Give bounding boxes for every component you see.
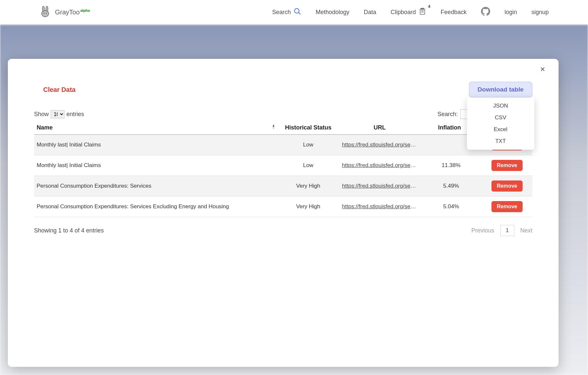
cell-status: Very High: [278, 176, 339, 196]
pagination: Previous 1 Next: [471, 225, 532, 236]
pager-previous[interactable]: Previous: [471, 227, 494, 234]
svg-point-1: [42, 6, 44, 11]
cell-url: https://fred.stlouisfed.org/seri…: [339, 135, 421, 155]
cell-status: Very High: [278, 196, 339, 217]
cell-url: https://fred.stlouisfed.org/seri…: [339, 155, 421, 176]
remove-button[interactable]: Remove: [491, 180, 522, 192]
svg-point-2: [46, 6, 48, 11]
remove-button[interactable]: Remove: [491, 201, 522, 212]
cell-inflation: 5.49%: [421, 176, 482, 196]
cell-name: Personal Consumption Expenditures: Servi…: [34, 196, 278, 217]
download-option-json[interactable]: JSON: [467, 100, 534, 112]
table-row: Personal Consumption Expenditures: Servi…: [34, 176, 532, 196]
cell-status: Low: [278, 155, 339, 176]
url-link[interactable]: https://fred.stlouisfed.org/seri…: [342, 162, 417, 169]
nav-clipboard[interactable]: Clipboard 4: [391, 8, 426, 17]
sort-icon: ▲▼: [272, 124, 275, 129]
entries-length-control: Show 10 entries: [34, 110, 84, 118]
col-url[interactable]: URL: [339, 121, 421, 135]
url-link[interactable]: https://fred.stlouisfed.org/seri…: [342, 183, 417, 189]
download-option-txt[interactable]: TXT: [467, 135, 534, 147]
download-option-csv[interactable]: CSV: [467, 112, 534, 124]
github-icon: [481, 7, 490, 18]
pager-next[interactable]: Next: [520, 227, 532, 234]
cell-url: https://fred.stlouisfed.org/seri…: [339, 196, 421, 217]
cell-inflation: 5.04%: [421, 196, 482, 217]
clipboard-table: Name ▲▼ Historical Status URL Inflation …: [34, 121, 532, 217]
nav-login[interactable]: login: [505, 9, 517, 16]
download-dropdown: JSON CSV Excel TXT: [467, 97, 534, 150]
length-prefix: Show: [34, 111, 49, 118]
col-status[interactable]: Historical Status: [278, 121, 339, 135]
nav-methodology[interactable]: Methodology: [316, 9, 349, 16]
clipboard-icon: [419, 10, 426, 17]
close-icon: ✕: [540, 66, 545, 73]
svg-line-6: [298, 12, 300, 14]
col-name[interactable]: Name ▲▼: [34, 121, 278, 135]
cell-name: Personal Consumption Expenditures: Servi…: [34, 176, 278, 196]
url-link[interactable]: https://fred.stlouisfed.org/seri…: [342, 142, 417, 148]
cell-name: Monthly last| Initial Claims: [34, 135, 278, 155]
svg-point-5: [294, 9, 299, 13]
cell-url: https://fred.stlouisfed.org/seri…: [339, 176, 421, 196]
brand-suffix: alpha: [80, 9, 90, 12]
download-table-button[interactable]: Download table: [469, 82, 532, 97]
length-suffix: entries: [66, 111, 84, 118]
search-label: Search:: [437, 111, 458, 118]
clear-data-button[interactable]: Clear Data: [34, 86, 76, 94]
cell-inflation: 11.38%: [421, 155, 482, 176]
remove-button[interactable]: Remove: [491, 160, 522, 171]
cell-status: Low: [278, 135, 339, 155]
search-icon: [294, 8, 301, 17]
brand-name: GrayTooalpha: [55, 9, 90, 16]
url-link[interactable]: https://fred.stlouisfed.org/seri…: [342, 203, 417, 210]
table-row: Personal Consumption Expenditures: Servi…: [34, 196, 532, 217]
cell-name: Monthly last| Initial Claims: [34, 155, 278, 176]
nav-feedback[interactable]: Feedback: [441, 9, 467, 16]
rabbit-logo-icon: [39, 6, 51, 19]
table-info: Showing 1 to 4 of 4 entries: [34, 227, 104, 234]
nav-search[interactable]: Search: [272, 8, 301, 17]
table-row: Monthly last| Initial Claims Low https:/…: [34, 135, 532, 155]
svg-point-3: [44, 13, 45, 14]
clipboard-modal: ✕ Clear Data Download table JSON CSV Exc…: [8, 59, 559, 367]
nav-signup[interactable]: signup: [531, 9, 549, 16]
clipboard-count-badge: 4: [428, 4, 430, 9]
svg-point-0: [42, 10, 49, 17]
pager-page-1[interactable]: 1: [500, 225, 514, 236]
download-option-excel[interactable]: Excel: [467, 124, 534, 135]
main-nav: Search Methodology Data Clipboard 4 Feed…: [272, 7, 549, 18]
svg-point-4: [46, 13, 47, 14]
brand[interactable]: GrayTooalpha: [39, 6, 90, 19]
nav-data[interactable]: Data: [364, 9, 376, 16]
entries-select[interactable]: 10: [51, 110, 64, 118]
table-row: Monthly last| Initial Claims Low https:/…: [34, 155, 532, 176]
close-button[interactable]: ✕: [540, 65, 545, 73]
nav-github[interactable]: [481, 7, 490, 18]
top-navbar: GrayTooalpha Search Methodology Data Cli…: [0, 0, 588, 25]
